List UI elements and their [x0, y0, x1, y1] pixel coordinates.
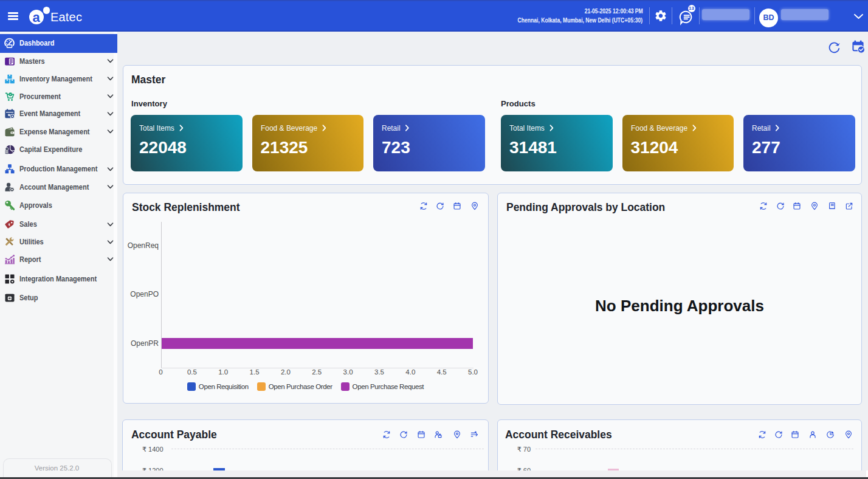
svg-text:₹: ₹ [8, 223, 10, 227]
